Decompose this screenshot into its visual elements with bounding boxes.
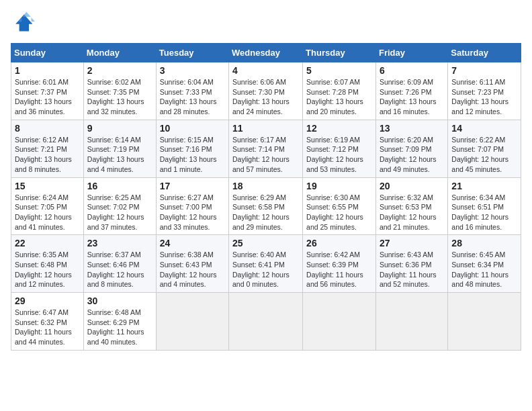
day-of-week-header: Thursday xyxy=(303,44,376,62)
day-number: 20 xyxy=(380,181,444,191)
day-info: Sunrise: 6:12 AM Sunset: 7:21 PM Dayligh… xyxy=(15,135,80,175)
calendar-cell: 2 Sunrise: 6:02 AM Sunset: 7:35 PM Dayli… xyxy=(83,62,156,120)
day-info: Sunrise: 6:24 AM Sunset: 7:05 PM Dayligh… xyxy=(15,193,80,232)
day-info: Sunrise: 6:02 AM Sunset: 7:35 PM Dayligh… xyxy=(87,77,152,117)
day-info: Sunrise: 6:15 AM Sunset: 7:16 PM Dayligh… xyxy=(160,135,225,175)
day-info: Sunrise: 6:17 AM Sunset: 7:14 PM Dayligh… xyxy=(232,135,299,175)
day-number: 8 xyxy=(15,123,80,134)
day-info: Sunrise: 6:48 AM Sunset: 6:29 PM Dayligh… xyxy=(87,308,152,347)
day-of-week-header: Saturday xyxy=(448,44,521,62)
calendar-cell: 6 Sunrise: 6:09 AM Sunset: 7:26 PM Dayli… xyxy=(375,62,447,120)
day-number: 11 xyxy=(232,123,299,134)
day-info: Sunrise: 6:45 AM Sunset: 6:34 PM Dayligh… xyxy=(451,250,517,289)
day-number: 19 xyxy=(306,181,372,191)
calendar-cell xyxy=(156,293,228,351)
calendar-cell: 5 Sunrise: 6:07 AM Sunset: 7:28 PM Dayli… xyxy=(303,62,376,120)
calendar-cell: 28 Sunrise: 6:45 AM Sunset: 6:34 PM Dayl… xyxy=(448,235,521,293)
calendar-cell: 13 Sunrise: 6:20 AM Sunset: 7:09 PM Dayl… xyxy=(375,120,447,177)
day-info: Sunrise: 6:43 AM Sunset: 6:36 PM Dayligh… xyxy=(380,250,444,289)
calendar-cell: 25 Sunrise: 6:40 AM Sunset: 6:41 PM Dayl… xyxy=(229,235,303,293)
day-number: 7 xyxy=(451,65,517,76)
calendar-cell xyxy=(375,293,447,351)
day-number: 4 xyxy=(232,65,299,76)
calendar-week-row: 22 Sunrise: 6:35 AM Sunset: 6:48 PM Dayl… xyxy=(11,235,521,293)
calendar-cell: 29 Sunrise: 6:47 AM Sunset: 6:32 PM Dayl… xyxy=(11,293,84,351)
day-info: Sunrise: 6:42 AM Sunset: 6:39 PM Dayligh… xyxy=(306,250,372,289)
day-number: 1 xyxy=(15,65,80,76)
day-number: 18 xyxy=(232,181,299,191)
calendar-header-row: SundayMondayTuesdayWednesdayThursdayFrid… xyxy=(11,44,521,62)
calendar-cell: 17 Sunrise: 6:27 AM Sunset: 7:00 PM Dayl… xyxy=(156,177,228,235)
day-number: 10 xyxy=(160,123,225,134)
day-info: Sunrise: 6:14 AM Sunset: 7:19 PM Dayligh… xyxy=(87,135,152,175)
day-number: 13 xyxy=(380,123,444,134)
day-number: 6 xyxy=(380,65,444,76)
day-info: Sunrise: 6:09 AM Sunset: 7:26 PM Dayligh… xyxy=(380,77,444,117)
day-number: 16 xyxy=(87,181,152,191)
calendar-cell: 21 Sunrise: 6:34 AM Sunset: 6:51 PM Dayl… xyxy=(448,177,521,235)
page-header xyxy=(11,11,521,35)
calendar-cell: 15 Sunrise: 6:24 AM Sunset: 7:05 PM Dayl… xyxy=(11,177,84,235)
calendar-cell: 22 Sunrise: 6:35 AM Sunset: 6:48 PM Dayl… xyxy=(11,235,84,293)
day-info: Sunrise: 6:04 AM Sunset: 7:33 PM Dayligh… xyxy=(160,77,225,117)
day-number: 26 xyxy=(306,238,372,248)
calendar-week-row: 1 Sunrise: 6:01 AM Sunset: 7:37 PM Dayli… xyxy=(11,62,521,120)
day-info: Sunrise: 6:25 AM Sunset: 7:02 PM Dayligh… xyxy=(87,193,152,232)
day-number: 24 xyxy=(160,238,225,248)
calendar-cell: 4 Sunrise: 6:06 AM Sunset: 7:30 PM Dayli… xyxy=(229,62,303,120)
day-info: Sunrise: 6:30 AM Sunset: 6:55 PM Dayligh… xyxy=(306,193,372,232)
day-info: Sunrise: 6:19 AM Sunset: 7:12 PM Dayligh… xyxy=(306,135,372,175)
calendar-week-row: 29 Sunrise: 6:47 AM Sunset: 6:32 PM Dayl… xyxy=(11,293,521,351)
day-info: Sunrise: 6:34 AM Sunset: 6:51 PM Dayligh… xyxy=(451,193,517,232)
day-number: 29 xyxy=(15,295,80,306)
calendar-cell: 16 Sunrise: 6:25 AM Sunset: 7:02 PM Dayl… xyxy=(83,177,156,235)
day-number: 21 xyxy=(451,181,517,191)
calendar-cell: 1 Sunrise: 6:01 AM Sunset: 7:37 PM Dayli… xyxy=(11,62,84,120)
day-info: Sunrise: 6:37 AM Sunset: 6:46 PM Dayligh… xyxy=(87,250,152,289)
calendar-cell: 30 Sunrise: 6:48 AM Sunset: 6:29 PM Dayl… xyxy=(83,293,156,351)
day-of-week-header: Tuesday xyxy=(156,44,228,62)
day-number: 5 xyxy=(306,65,372,76)
calendar-cell: 14 Sunrise: 6:22 AM Sunset: 7:07 PM Dayl… xyxy=(448,120,521,177)
day-info: Sunrise: 6:40 AM Sunset: 6:41 PM Dayligh… xyxy=(232,250,299,289)
day-number: 25 xyxy=(232,238,299,248)
day-info: Sunrise: 6:07 AM Sunset: 7:28 PM Dayligh… xyxy=(306,77,372,117)
day-number: 3 xyxy=(160,65,225,76)
day-of-week-header: Sunday xyxy=(11,44,84,62)
day-of-week-header: Monday xyxy=(83,44,156,62)
calendar-cell: 18 Sunrise: 6:29 AM Sunset: 6:58 PM Dayl… xyxy=(229,177,303,235)
day-number: 22 xyxy=(15,238,80,248)
day-info: Sunrise: 6:38 AM Sunset: 6:43 PM Dayligh… xyxy=(160,250,225,289)
day-number: 28 xyxy=(451,238,517,248)
calendar-cell: 23 Sunrise: 6:37 AM Sunset: 6:46 PM Dayl… xyxy=(83,235,156,293)
day-of-week-header: Wednesday xyxy=(229,44,303,62)
calendar-cell: 27 Sunrise: 6:43 AM Sunset: 6:36 PM Dayl… xyxy=(375,235,447,293)
day-info: Sunrise: 6:20 AM Sunset: 7:09 PM Dayligh… xyxy=(380,135,444,175)
day-info: Sunrise: 6:22 AM Sunset: 7:07 PM Dayligh… xyxy=(451,135,517,175)
day-number: 30 xyxy=(87,295,152,306)
calendar-table: SundayMondayTuesdayWednesdayThursdayFrid… xyxy=(11,43,521,351)
day-number: 17 xyxy=(160,181,225,191)
calendar-cell: 11 Sunrise: 6:17 AM Sunset: 7:14 PM Dayl… xyxy=(229,120,303,177)
day-number: 12 xyxy=(306,123,372,134)
calendar-cell xyxy=(448,293,521,351)
logo-icon xyxy=(11,11,35,35)
day-number: 23 xyxy=(87,238,152,248)
day-info: Sunrise: 6:32 AM Sunset: 6:53 PM Dayligh… xyxy=(380,193,444,232)
svg-marker-0 xyxy=(15,14,32,31)
calendar-cell: 9 Sunrise: 6:14 AM Sunset: 7:19 PM Dayli… xyxy=(83,120,156,177)
calendar-cell: 19 Sunrise: 6:30 AM Sunset: 6:55 PM Dayl… xyxy=(303,177,376,235)
logo xyxy=(11,11,38,35)
calendar-cell: 8 Sunrise: 6:12 AM Sunset: 7:21 PM Dayli… xyxy=(11,120,84,177)
day-info: Sunrise: 6:35 AM Sunset: 6:48 PM Dayligh… xyxy=(15,250,80,289)
calendar-cell: 7 Sunrise: 6:11 AM Sunset: 7:23 PM Dayli… xyxy=(448,62,521,120)
day-number: 15 xyxy=(15,181,80,191)
day-of-week-header: Friday xyxy=(375,44,447,62)
day-number: 14 xyxy=(451,123,517,134)
day-number: 9 xyxy=(87,123,152,134)
day-info: Sunrise: 6:06 AM Sunset: 7:30 PM Dayligh… xyxy=(232,77,299,117)
calendar-cell: 26 Sunrise: 6:42 AM Sunset: 6:39 PM Dayl… xyxy=(303,235,376,293)
calendar-cell: 20 Sunrise: 6:32 AM Sunset: 6:53 PM Dayl… xyxy=(375,177,447,235)
calendar-cell: 10 Sunrise: 6:15 AM Sunset: 7:16 PM Dayl… xyxy=(156,120,228,177)
calendar-cell xyxy=(303,293,376,351)
